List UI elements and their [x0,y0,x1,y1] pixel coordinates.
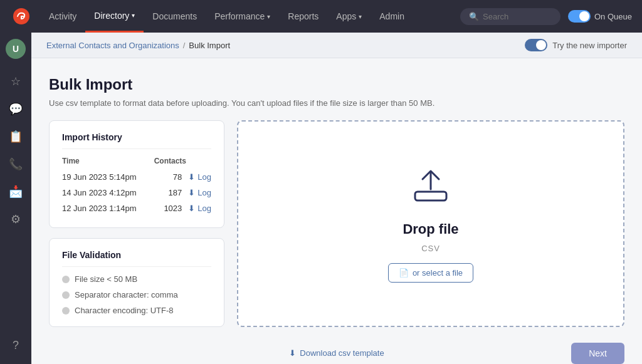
validation-status-dot [62,291,70,299]
row-1-log-button[interactable]: ⬇ Log [188,172,211,182]
list-item: Character encoding: UTF-8 [62,306,211,315]
col-header-time: Time [62,157,154,165]
search-icon: 🔍 [469,12,479,21]
left-panel: Import History Time Contacts 19 Jun 2023… [49,120,224,327]
row-3-log-button[interactable]: ⬇ Log [188,204,211,213]
content-area: Bulk Import Use csv template to format d… [31,58,642,340]
row-3-contacts: 1023 [157,204,182,213]
table-row: 19 Jun 2023 5:14pm 78 ⬇ Log [62,169,211,185]
chevron-down-icon: ▾ [267,13,270,20]
svg-rect-1 [415,192,446,200]
download-csv-button[interactable]: ⬇ Download csv template [289,348,384,358]
row-3-time: 12 Jun 2023 1:14pm [62,204,157,213]
file-validation-card: File Validation File size < 50 MB Separa… [49,238,224,327]
history-table: Time Contacts 19 Jun 2023 5:14pm 78 ⬇ Lo… [62,157,211,216]
sidebar: U ☆ 💬 📋 📞 📩 ⚙ ? [0,33,31,364]
nav-reports[interactable]: Reports [279,0,327,33]
file-icon: 📄 [399,268,409,278]
validation-list: File size < 50 MB Separator character: c… [62,274,211,315]
on-queue-toggle[interactable] [568,10,591,23]
app-logo[interactable] [10,5,33,28]
nav-performance[interactable]: Performance ▾ [206,0,279,33]
file-validation-title: File Validation [62,250,211,267]
sidebar-item-help[interactable]: ? [3,333,28,358]
chevron-down-icon: ▾ [132,12,135,19]
row-2-time: 14 Jun 2023 4:12pm [62,188,157,197]
list-item: Separator character: comma [62,290,211,299]
user-avatar[interactable]: U [6,39,26,59]
validation-rule-1: File size < 50 MB [75,274,137,284]
nav-activity[interactable]: Activity [40,0,85,33]
next-button[interactable]: Next [571,343,624,364]
tasks-icon: 📋 [9,130,23,143]
import-history-card: Import History Time Contacts 19 Jun 2023… [49,120,224,228]
download-icon: ⬇ [188,172,195,182]
bottom-bar: ⬇ Download csv template Next [31,340,642,364]
list-item: File size < 50 MB [62,274,211,284]
breadcrumb-parent[interactable]: External Contacts and Organizations [46,41,179,50]
sidebar-item-calls[interactable]: 📞 [3,152,28,177]
drop-zone-subtitle: CSV [421,244,440,253]
nav-admin[interactable]: Admin [371,0,413,33]
main-content: External Contacts and Organizations / Bu… [31,33,642,364]
nav-apps[interactable]: Apps ▾ [327,0,371,33]
message-icon: 💬 [9,102,23,116]
history-header: Time Contacts [62,157,211,165]
select-file-button[interactable]: 📄 or select a file [388,263,473,283]
sidebar-item-settings[interactable]: ⚙ [3,207,28,232]
help-icon: ? [13,339,19,352]
nav-documents[interactable]: Documents [144,0,206,33]
row-1-time: 19 Jun 2023 5:14pm [62,172,157,182]
table-row: 12 Jun 2023 1:14pm 1023 ⬇ Log [62,200,211,216]
nav-directory[interactable]: Directory ▾ [85,0,144,33]
row-1-contacts: 78 [157,172,182,182]
sidebar-item-tasks[interactable]: 📋 [3,124,28,149]
phone-icon: 📞 [9,157,23,171]
page-title: Bulk Import [49,76,624,93]
page-description: Use csv template to format data before u… [49,98,624,108]
breadcrumb-bar: External Contacts and Organizations / Bu… [31,33,642,58]
new-importer-section: Try the new importer [525,39,627,51]
validation-rule-2: Separator character: comma [75,290,178,299]
row-2-log-button[interactable]: ⬇ Log [188,188,211,197]
search-box[interactable]: 🔍 [460,8,560,25]
row-2-contacts: 187 [157,188,182,197]
content-row: Import History Time Contacts 19 Jun 2023… [49,120,624,327]
new-importer-toggle-switch[interactable] [525,39,547,51]
new-importer-label: Try the new importer [552,41,627,50]
download-icon: ⬇ [188,204,195,213]
inbox-icon: 📩 [9,185,23,199]
download-csv-icon: ⬇ [289,348,296,358]
chevron-down-icon: ▾ [359,13,362,20]
upload-icon [409,165,453,211]
sidebar-item-inbox[interactable]: 📩 [3,179,28,204]
breadcrumb: External Contacts and Organizations / Bu… [46,41,230,50]
gear-icon: ⚙ [11,212,21,226]
table-row: 14 Jun 2023 4:12pm 187 ⬇ Log [62,185,211,200]
validation-status-dot [62,276,70,283]
sidebar-item-favorites[interactable]: ☆ [3,69,28,94]
topnav: Activity Directory ▾ Documents Performan… [0,0,642,33]
validation-rule-3: Character encoding: UTF-8 [75,306,174,315]
star-icon: ☆ [11,75,21,88]
col-header-contacts: Contacts [154,157,186,165]
on-queue-badge: On Queue [568,10,632,23]
breadcrumb-current: Bulk Import [189,41,230,50]
file-drop-zone[interactable]: Drop file CSV 📄 or select a file [237,120,624,327]
download-icon: ⬇ [188,188,195,197]
import-history-title: Import History [62,132,211,149]
on-queue-label: On Queue [594,12,632,21]
search-input[interactable] [483,12,558,21]
breadcrumb-separator: / [183,41,186,50]
validation-status-dot [62,307,70,315]
sidebar-item-messages[interactable]: 💬 [3,96,28,122]
drop-zone-title: Drop file [403,221,458,237]
